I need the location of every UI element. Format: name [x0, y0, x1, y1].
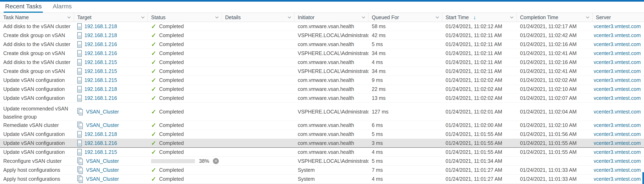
- filter-chevron-icon[interactable]: [586, 15, 589, 18]
- table-row[interactable]: Add disks to the vSAN cluster192.168.1.2…: [0, 40, 644, 49]
- server-cell: vcenter3.vmtest.com: [592, 77, 644, 83]
- table-row[interactable]: Update vSAN configuration192.168.1.218✓C…: [0, 130, 644, 139]
- server-link[interactable]: vcenter3.vmtest.com: [594, 23, 641, 29]
- completion-time-cell: 01/24/2021, 11:02:41 AM: [517, 50, 592, 56]
- table-row[interactable]: Add disks to the vSAN cluster192.168.1.2…: [0, 22, 644, 31]
- queued-for-cell: 22 ms: [368, 86, 442, 92]
- server-link[interactable]: vcenter3.vmtest.com: [594, 167, 641, 173]
- target-link[interactable]: 192.168.1.216: [84, 140, 117, 146]
- target-link[interactable]: 192.168.1.215: [84, 59, 117, 65]
- table-row[interactable]: Add disks to the vSAN cluster192.168.1.2…: [0, 58, 644, 67]
- filter-chevron-icon[interactable]: [141, 15, 144, 18]
- filter-chevron-icon[interactable]: [510, 15, 514, 18]
- target-link[interactable]: VSAN_Cluster: [86, 176, 119, 182]
- target-link[interactable]: 192.168.1.216: [84, 41, 117, 47]
- table-row[interactable]: Update vSAN configuration192.168.1.218✓C…: [0, 85, 644, 94]
- server-cell: vcenter3.vmtest.com: [592, 176, 644, 182]
- target-link[interactable]: VSAN_Cluster: [86, 109, 119, 115]
- task-name-cell: Update vSAN configuration: [0, 95, 74, 101]
- server-link[interactable]: vcenter3.vmtest.com: [594, 68, 641, 74]
- initiator-cell: VSPHERE.LOCAL\Administrator: [294, 158, 368, 164]
- host-icon: [77, 50, 82, 57]
- target-link[interactable]: 192.168.1.218: [84, 23, 117, 29]
- table-row[interactable]: Apply host configurationsVSAN_Cluster✓Co…: [0, 175, 644, 184]
- status-cell: ✓Completed: [148, 50, 222, 57]
- column-header-label: Start Time↓: [446, 14, 476, 20]
- filter-chevron-icon[interactable]: [215, 15, 218, 18]
- column-header-initiator[interactable]: Initiator: [294, 13, 368, 22]
- table-row[interactable]: Remediate vSAN clusterVSAN_Cluster✓Compl…: [0, 121, 644, 130]
- vertical-scrollbar-thumb[interactable]: [642, 172, 644, 184]
- table-row[interactable]: Reconfigure vSAN clusterVSAN_Cluster38%✕…: [0, 157, 644, 166]
- column-header-status[interactable]: Status: [148, 13, 222, 22]
- target-link[interactable]: 192.168.1.215: [84, 77, 117, 83]
- server-link[interactable]: vcenter3.vmtest.com: [594, 131, 641, 137]
- status-label: Completed: [159, 41, 184, 47]
- target-cell: 192.168.1.215: [74, 77, 148, 84]
- column-header-details[interactable]: Details: [222, 13, 294, 22]
- server-link[interactable]: vcenter3.vmtest.com: [594, 109, 641, 115]
- task-name-cell: Add disks to the vSAN cluster: [0, 41, 74, 47]
- initiator-cell: com.vmware.vsan.health: [294, 131, 368, 137]
- server-link[interactable]: vcenter3.vmtest.com: [594, 122, 641, 128]
- target-link[interactable]: 192.168.1.216: [84, 50, 117, 56]
- tab-alarms[interactable]: Alarms: [53, 3, 72, 13]
- server-link[interactable]: vcenter3.vmtest.com: [594, 176, 641, 182]
- target-link[interactable]: 192.168.1.216: [84, 95, 117, 101]
- filter-chevron-icon[interactable]: [68, 15, 71, 18]
- task-name-label: Update vSAN configuration: [3, 140, 65, 146]
- completion-time-cell: 01/24/2021, 11:02:07 AM: [517, 95, 592, 101]
- cancel-task-button[interactable]: ✕: [213, 158, 219, 164]
- target-link[interactable]: 192.168.1.215: [84, 149, 117, 155]
- column-header-target[interactable]: Target: [74, 13, 148, 22]
- check-icon: ✓: [151, 176, 156, 183]
- target-link[interactable]: 192.168.1.215: [84, 68, 117, 74]
- completion-time-cell: 01/24/2021, 11:02:17 AM: [517, 23, 592, 29]
- target-cell: VSAN_Cluster: [74, 122, 148, 129]
- task-name-cell: Add disks to the vSAN cluster: [0, 23, 74, 29]
- column-header-completion-time[interactable]: Completion Time: [517, 13, 592, 22]
- status-cell: ✓Completed: [148, 32, 222, 39]
- status-cell: ✓Completed: [148, 41, 222, 48]
- server-link[interactable]: vcenter3.vmtest.com: [594, 41, 641, 47]
- column-header-server[interactable]: Server: [592, 13, 644, 22]
- server-link[interactable]: vcenter3.vmtest.com: [594, 59, 641, 65]
- target-link[interactable]: 192.168.1.218: [84, 131, 117, 137]
- cluster-icon: [77, 108, 84, 115]
- column-header-queued-for[interactable]: Queued For: [368, 13, 442, 22]
- target-link[interactable]: 192.168.1.218: [84, 86, 117, 92]
- target-link[interactable]: 192.168.1.218: [84, 32, 117, 38]
- filter-chevron-icon[interactable]: [436, 15, 439, 18]
- table-row[interactable]: Update vSAN configuration192.168.1.215✓C…: [0, 148, 644, 157]
- table-row[interactable]: Apply host configurationsVSAN_Cluster✓Co…: [0, 166, 644, 175]
- filter-chevron-icon[interactable]: [362, 15, 365, 18]
- start-time-cell: 01/24/2021, 11:02:02 AM: [442, 95, 517, 101]
- table-row[interactable]: Create disk group on vSAN192.168.1.215✓C…: [0, 67, 644, 76]
- table-row[interactable]: Update vSAN configuration192.168.1.216✓C…: [0, 94, 644, 103]
- target-link[interactable]: VSAN_Cluster: [86, 158, 119, 164]
- server-link[interactable]: vcenter3.vmtest.com: [594, 50, 641, 56]
- server-link[interactable]: vcenter3.vmtest.com: [594, 32, 641, 38]
- table-row[interactable]: Create disk group on vSAN192.168.1.218✓C…: [0, 31, 644, 40]
- table-row[interactable]: Update vSAN configuration192.168.1.215✓C…: [0, 76, 644, 85]
- column-header-start-time[interactable]: Start Time↓: [442, 13, 517, 22]
- target-link[interactable]: VSAN_Cluster: [86, 122, 119, 128]
- task-name-label: Create disk group on vSAN: [3, 32, 65, 38]
- server-link[interactable]: vcenter3.vmtest.com: [594, 158, 641, 164]
- sort-descending-icon[interactable]: ↓: [473, 14, 476, 20]
- column-header-task-name[interactable]: Task Name: [0, 13, 74, 22]
- server-link[interactable]: vcenter3.vmtest.com: [594, 86, 641, 92]
- table-row[interactable]: Create disk group on vSAN192.168.1.216✓C…: [0, 49, 644, 58]
- server-link[interactable]: vcenter3.vmtest.com: [594, 149, 641, 155]
- target-link[interactable]: VSAN_Cluster: [86, 167, 119, 173]
- tab-recent-tasks[interactable]: Recent Tasks: [5, 3, 42, 13]
- server-link[interactable]: vcenter3.vmtest.com: [594, 77, 641, 83]
- initiator-cell: com.vmware.vsan.health: [294, 140, 368, 146]
- table-row[interactable]: Update vSAN configuration192.168.1.216✓C…: [0, 139, 644, 148]
- server-link[interactable]: vcenter3.vmtest.com: [594, 95, 641, 101]
- initiator-cell: VSPHERE.LOCAL\Administrator: [294, 68, 368, 74]
- filter-chevron-icon[interactable]: [288, 15, 291, 18]
- server-link[interactable]: vcenter3.vmtest.com: [594, 140, 641, 146]
- table-row[interactable]: Update recommended vSAN baseline groupVS…: [0, 103, 644, 121]
- start-time-cell: 01/24/2021, 11:02:12 AM: [442, 23, 517, 29]
